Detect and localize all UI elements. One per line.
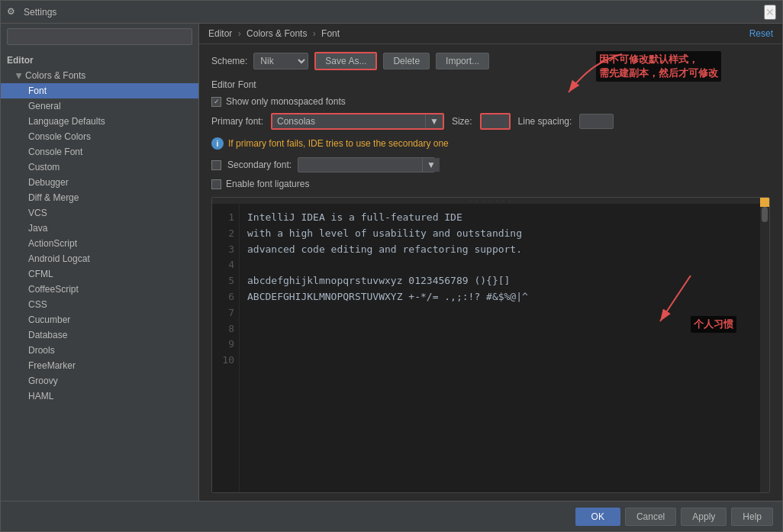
scheme-select[interactable]: Nik Default Darcula <box>253 53 308 69</box>
info-row: i If primary font fails, IDE tries to us… <box>211 137 770 150</box>
size-input[interactable]: 16 <box>480 113 511 130</box>
sidebar-item-console-colors[interactable]: Console Colors <box>1 129 198 144</box>
import-button[interactable]: Import... <box>436 53 489 69</box>
ok-button[interactable]: OK <box>575 508 620 526</box>
editor-font-section: Editor Font Show only monospaced fonts P… <box>211 79 770 197</box>
settings-window: ⚙ Settings ✕ Editor ▶ Colors & Fonts Fon… <box>0 0 783 532</box>
info-icon: i <box>211 137 224 150</box>
window-title: Settings <box>24 7 56 18</box>
preview-scrollbar[interactable] <box>760 204 769 492</box>
sidebar-item-vcs[interactable]: VCS <box>1 205 198 221</box>
preview-area: · · · · · · · 1 2 3 4 5 6 7 8 9 <box>211 197 770 493</box>
sidebar-item-diff-merge[interactable]: Diff & Merge <box>1 190 198 205</box>
apply-button[interactable]: Apply <box>681 508 727 526</box>
secondary-font-checkbox[interactable] <box>211 160 221 170</box>
show-mono-row[interactable]: Show only monospaced fonts <box>211 96 770 107</box>
code-line: with a high level of usability and outst… <box>247 226 752 242</box>
reset-button[interactable]: Reset <box>749 28 773 39</box>
primary-font-input[interactable] <box>272 114 425 128</box>
help-button[interactable]: Help <box>731 508 773 526</box>
secondary-font-wrapper: ▼ <box>298 157 435 172</box>
sidebar-item-language-defaults[interactable]: Language Defaults <box>1 114 198 129</box>
font-settings-row: Primary font: ▼ Size: 16 Line spacing: 1… <box>211 113 770 130</box>
sidebar-item-editor[interactable]: Editor <box>1 53 198 68</box>
line-number: 7 <box>218 305 234 321</box>
line-number: 10 <box>218 353 234 369</box>
settings-icon: ⚙ <box>7 6 19 18</box>
breadcrumb-bar: Editor › Colors & Fonts › Font Reset <box>199 24 782 44</box>
line-number: 8 <box>218 321 234 337</box>
line-spacing-input[interactable]: 1.0 <box>579 114 614 129</box>
sidebar-item-coffeescript[interactable]: CoffeeScript <box>1 282 198 297</box>
ligatures-row[interactable]: Enable font ligatures <box>211 179 770 189</box>
sidebar-item-cfml[interactable]: CFML <box>1 266 198 282</box>
sidebar-item-general[interactable]: General <box>1 98 198 114</box>
sidebar-tree: Editor ▶ Colors & Fonts Font General Lan… <box>1 50 198 501</box>
sidebar-item-groovy[interactable]: Groovy <box>1 373 198 389</box>
scheme-row: Scheme: Nik Default Darcula Save As... D… <box>211 52 770 70</box>
delete-button[interactable]: Delete <box>383 53 430 69</box>
sidebar-item-android-logcat[interactable]: Android Logcat <box>1 251 198 266</box>
show-mono-checkbox[interactable] <box>211 97 221 107</box>
sidebar-item-cucumber[interactable]: Cucumber <box>1 312 198 327</box>
main-content: Editor ▶ Colors & Fonts Font General Lan… <box>1 24 782 501</box>
line-number: 6 <box>218 289 234 305</box>
bottom-bar: OK Cancel Apply Help <box>1 501 782 531</box>
line-number: 2 <box>218 226 234 242</box>
code-line <box>247 305 752 321</box>
line-number: 4 <box>218 257 234 273</box>
editor-font-title: Editor Font <box>211 79 770 90</box>
sidebar-item-freemarker[interactable]: FreeMarker <box>1 358 198 373</box>
title-bar: ⚙ Settings ✕ <box>1 1 782 24</box>
show-mono-label: Show only monospaced fonts <box>226 96 346 107</box>
sidebar-item-drools[interactable]: Drools <box>1 343 198 358</box>
cancel-button[interactable]: Cancel <box>625 508 676 526</box>
expand-icon: ▶ <box>15 73 24 79</box>
secondary-row: Secondary font: ▼ <box>211 157 770 172</box>
scrollbar-thumb[interactable] <box>762 207 768 222</box>
ligatures-checkbox[interactable] <box>211 179 221 189</box>
sidebar-item-haml[interactable]: HAML <box>1 389 198 404</box>
sidebar-item-debugger[interactable]: Debugger <box>1 175 198 190</box>
scheme-label: Scheme: <box>211 56 247 66</box>
sidebar-item-actionscript[interactable]: ActionScript <box>1 236 198 251</box>
size-label: Size: <box>452 116 472 127</box>
code-line: IntelliJ IDEA is a full-featured IDE <box>247 210 752 226</box>
drag-handle[interactable]: · · · · · · · <box>212 198 769 204</box>
sidebar-item-java[interactable]: Java <box>1 221 198 236</box>
code-line <box>247 257 752 273</box>
secondary-font-input[interactable] <box>298 158 422 172</box>
code-line <box>247 321 752 337</box>
info-message: If primary font fails, IDE tries to use … <box>228 138 449 149</box>
line-numbers: 1 2 3 4 5 6 7 8 9 10 <box>212 204 240 492</box>
sidebar-item-colors-fonts[interactable]: ▶ Colors & Fonts <box>1 68 198 83</box>
sidebar-item-custom[interactable]: Custom <box>1 160 198 175</box>
sidebar-item-database[interactable]: Database <box>1 327 198 343</box>
main-panel: Editor › Colors & Fonts › Font Reset Sch… <box>199 24 782 501</box>
code-line: abcdefghijklmnopqrstuvwxyz 0123456789 ()… <box>247 273 752 289</box>
save-as-button[interactable]: Save As... <box>314 52 377 70</box>
code-line: advanced code editing and refactoring su… <box>247 242 752 258</box>
resize-corner[interactable] <box>760 198 769 207</box>
code-preview: IntelliJ IDEA is a full-featured IDE wit… <box>240 204 760 492</box>
sidebar-item-console-font[interactable]: Console Font <box>1 144 198 160</box>
ligatures-label: Enable font ligatures <box>226 179 309 189</box>
secondary-font-dropdown-arrow[interactable]: ▼ <box>422 158 440 172</box>
secondary-font-label: Secondary font: <box>227 160 292 170</box>
sidebar-item-font[interactable]: Font <box>1 83 198 98</box>
line-spacing-label: Line spacing: <box>518 116 572 127</box>
breadcrumb: Editor › Colors & Fonts › Font <box>208 28 340 39</box>
sidebar-item-css[interactable]: CSS <box>1 297 198 312</box>
line-number: 9 <box>218 337 234 353</box>
code-line <box>247 353 752 369</box>
sidebar: Editor ▶ Colors & Fonts Font General Lan… <box>1 24 199 501</box>
primary-font-label: Primary font: <box>211 116 263 127</box>
primary-font-wrapper: ▼ <box>271 113 444 130</box>
font-dropdown-arrow[interactable]: ▼ <box>425 114 443 128</box>
code-line <box>247 337 752 353</box>
close-button[interactable]: ✕ <box>764 5 776 20</box>
search-input[interactable] <box>7 28 192 45</box>
line-number: 3 <box>218 242 234 258</box>
panel-content: Scheme: Nik Default Darcula Save As... D… <box>199 44 782 501</box>
line-number: 5 <box>218 273 234 289</box>
